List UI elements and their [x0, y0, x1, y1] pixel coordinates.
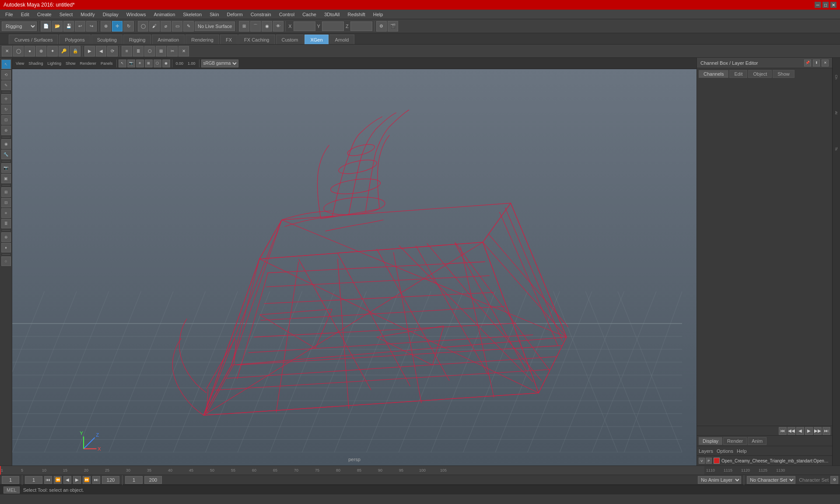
z-input[interactable]	[350, 21, 372, 31]
vp-smooth-btn[interactable]: ◉	[162, 60, 170, 67]
tab-animation[interactable]: Animation	[152, 35, 185, 44]
current-frame-input[interactable]	[2, 476, 19, 484]
menu-select[interactable]: Select	[56, 10, 77, 19]
misc-btn2[interactable]: ♦	[1, 243, 11, 252]
menu-edit[interactable]: Edit	[18, 10, 33, 19]
viewport-canvas[interactable]: Z X Y persp	[12, 69, 696, 466]
wire-btn[interactable]: ≣	[1, 219, 11, 228]
layer-nav-prev[interactable]: ◀	[796, 427, 804, 435]
lasso-tool-btn[interactable]: ⟲	[1, 70, 11, 80]
transform-btn[interactable]: ⊕	[101, 21, 111, 32]
cb-tab-object[interactable]: Object	[748, 70, 772, 78]
channel-box-close-btn[interactable]: ✕	[822, 60, 829, 66]
show-manip-btn[interactable]: 🔧	[1, 150, 11, 159]
render-mode-btn[interactable]: ▣	[1, 174, 11, 183]
help-option[interactable]: Help	[737, 448, 747, 454]
play-fwd2-btn[interactable]: ⏩	[83, 476, 91, 484]
snap-view-btn[interactable]: 👁	[273, 21, 284, 32]
xgen-btn5[interactable]: ✦	[47, 46, 58, 56]
tab-fx[interactable]: FX	[220, 35, 238, 44]
tab-rigging[interactable]: Rigging	[123, 35, 151, 44]
tweak-btn[interactable]: ✎	[183, 21, 194, 32]
soft-sel-btn[interactable]: ⌀	[161, 21, 171, 32]
end-frame-input[interactable]	[102, 476, 119, 484]
range-end-input[interactable]	[144, 476, 162, 484]
cb-tab-edit[interactable]: Edit	[729, 70, 747, 78]
tab-arnold[interactable]: Arnold	[329, 35, 355, 44]
universal-tool-btn[interactable]: ⊕	[1, 126, 11, 135]
char-set-dropdown[interactable]: No Character Set	[747, 476, 795, 484]
close-button[interactable]: ✕	[830, 2, 836, 8]
layer-vis-btn[interactable]: V	[699, 458, 705, 464]
sculpt-btn[interactable]: ≡	[1, 208, 11, 218]
snap-grid-btn[interactable]: ⊞	[239, 21, 249, 32]
move-tool-btn[interactable]: ✛	[1, 94, 11, 104]
y-input[interactable]	[322, 21, 344, 31]
menu-skin[interactable]: Skin	[206, 10, 222, 19]
menu-redshift[interactable]: Redshift	[344, 10, 368, 19]
minimize-button[interactable]: ─	[815, 2, 821, 8]
layers-option[interactable]: Layers	[699, 448, 713, 454]
select-tool-btn[interactable]: ↖	[1, 60, 11, 69]
tool-settings-label[interactable]: Ts	[833, 131, 840, 166]
xgen-btn10[interactable]: ⟳	[107, 46, 118, 56]
xgen-btn4[interactable]: ⊕	[36, 46, 46, 56]
lattice-btn[interactable]: ⊞	[1, 187, 11, 197]
menu-display[interactable]: Display	[99, 10, 122, 19]
vp-cam-btn[interactable]: 📷	[127, 60, 135, 67]
save-file-btn[interactable]: 💾	[63, 21, 74, 32]
tab-rendering[interactable]: Rendering	[186, 35, 219, 44]
vp-grid-btn[interactable]: ⊞	[145, 60, 153, 67]
cb-tab-show[interactable]: Show	[773, 70, 794, 78]
tab-fx-caching[interactable]: FX Caching	[238, 35, 275, 44]
xgen-btn12[interactable]: ≣	[133, 46, 144, 56]
undo-btn[interactable]: ↩	[75, 21, 85, 32]
cluster-btn[interactable]: ⊟	[1, 198, 11, 207]
xgen-btn15[interactable]: ✂	[167, 46, 178, 56]
misc-btn1[interactable]: ⊕	[1, 232, 11, 242]
menu-control[interactable]: Control	[276, 10, 298, 19]
xgen-btn3[interactable]: ●	[24, 46, 35, 56]
x-input[interactable]	[294, 21, 315, 31]
render-btn[interactable]: 🎬	[388, 21, 398, 32]
xgen-btn1[interactable]: ✕	[2, 46, 12, 56]
menu-3dtoall[interactable]: 3DtoAll	[321, 10, 343, 19]
menu-constrain[interactable]: Constrain	[247, 10, 275, 19]
attr-editor-label[interactable]: At	[833, 95, 840, 130]
layer-nav-next2[interactable]: ▶▶	[814, 427, 822, 435]
play-start-btn[interactable]: ⏮	[44, 476, 52, 484]
camera-btn[interactable]: 📷	[1, 163, 11, 173]
cb-tab-channels[interactable]: Channels	[699, 70, 728, 78]
panels-menu[interactable]: Panels	[99, 61, 115, 66]
new-file-btn[interactable]: 📄	[41, 21, 51, 32]
layer-nav-start[interactable]: ⏮	[779, 427, 787, 435]
play-fwd-btn[interactable]: ▶	[73, 476, 81, 484]
layer-color-swatch[interactable]	[714, 458, 720, 464]
misc-btn3[interactable]: ○	[1, 256, 11, 266]
redo-btn[interactable]: ↪	[86, 21, 97, 32]
vp-light-btn[interactable]: ☀	[136, 60, 144, 67]
channel-box-pin-btn[interactable]: 📌	[804, 60, 811, 66]
vp-wire-btn[interactable]: ⬡	[154, 60, 161, 67]
marquee-btn[interactable]: ▭	[172, 21, 182, 32]
xgen-btn13[interactable]: ⬡	[144, 46, 155, 56]
play-prev2-btn[interactable]: ⏪	[54, 476, 62, 484]
tab-xgen[interactable]: XGen	[304, 35, 328, 44]
open-file-btn[interactable]: 📂	[52, 21, 63, 32]
mode-dropdown[interactable]: Rigging	[2, 21, 37, 31]
rotate-btn[interactable]: ↻	[123, 21, 134, 32]
view-menu[interactable]: View	[14, 61, 26, 66]
menu-windows[interactable]: Windows	[123, 10, 150, 19]
scale-tool-btn[interactable]: ⊡	[1, 115, 11, 125]
layer-tab-display[interactable]: Display	[699, 437, 722, 445]
xgen-btn6[interactable]: 🔑	[59, 46, 69, 56]
snap-curve-btn[interactable]: ⌒	[250, 21, 261, 32]
menu-cache[interactable]: Cache	[299, 10, 320, 19]
restore-button[interactable]: □	[822, 2, 829, 8]
xgen-btn9[interactable]: ◀	[96, 46, 106, 56]
show-menu[interactable]: Show	[64, 61, 77, 66]
soft-mod-btn[interactable]: ◉	[1, 139, 11, 149]
menu-modify[interactable]: Modify	[77, 10, 98, 19]
menu-file[interactable]: File	[2, 10, 17, 19]
xgen-btn8[interactable]: ▶	[84, 46, 95, 56]
